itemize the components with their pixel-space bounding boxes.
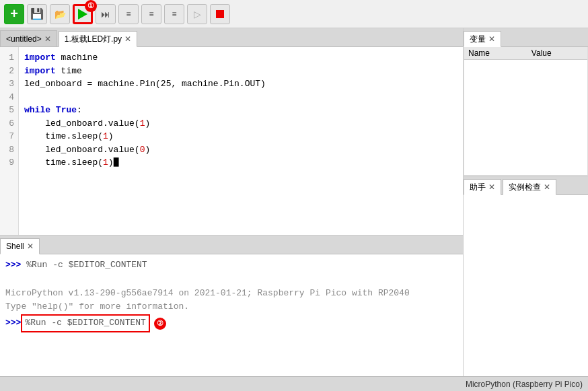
step-out-button[interactable]: ≡	[164, 4, 184, 24]
vars-tab[interactable]: 变量 ✕	[464, 31, 501, 47]
vars-tab-label: 变量	[470, 34, 486, 45]
open-icon: 📂	[54, 9, 66, 20]
vars-tab-bar: 变量 ✕	[464, 28, 588, 47]
save-icon: 💾	[30, 7, 44, 20]
shell-tab-label: Shell	[6, 242, 24, 251]
shell-area: Shell ✕ >>> %Run -c $EDITOR_CONTENT Micr…	[0, 235, 463, 376]
step-over-button[interactable]: ≡	[118, 4, 139, 24]
main-area: <untitled> ✕ 1.板载LED灯.py ✕ 1 2 3 4 5 6 7…	[0, 28, 588, 376]
shell-line-1: >>> %Run -c $EDITOR_CONTENT	[5, 258, 457, 273]
editor-tab-bar: <untitled> ✕ 1.板载LED灯.py ✕	[0, 28, 463, 47]
shell-tab-bar: Shell ✕	[0, 236, 463, 254]
right-panel: 变量 ✕ Name Value	[464, 28, 588, 376]
right-bottom-section: 助手 ✕ 实例检查 ✕	[464, 176, 588, 376]
shell-tab-close[interactable]: ✕	[27, 242, 34, 251]
helper-tab[interactable]: 助手 ✕	[464, 179, 501, 195]
status-bar: MicroPython (Raspberry Pi Pico)	[0, 376, 588, 391]
variables-section: 变量 ✕ Name Value	[464, 28, 588, 176]
open-button[interactable]: 📂	[50, 4, 70, 24]
shell-line-2: >>> %Run -c $EDITOR_CONTENT ②	[5, 314, 457, 332]
tab-untitled-close[interactable]: ✕	[44, 34, 51, 44]
shell-output-2: Type "help()" for more information.	[5, 300, 457, 314]
run-badge: ①	[85, 0, 97, 12]
helper-tab-close[interactable]: ✕	[488, 182, 495, 192]
shell-output-1: MicroPython v1.13-290-g556ae7914 on 2021…	[5, 287, 457, 301]
new-file-button[interactable]: +	[4, 4, 24, 24]
tab-led-close[interactable]: ✕	[124, 34, 131, 44]
vars-table: Name Value	[464, 47, 587, 60]
save-button[interactable]: 💾	[27, 4, 47, 24]
shell-prompt-2: >>>	[5, 316, 21, 330]
left-panel: <untitled> ✕ 1.板载LED灯.py ✕ 1 2 3 4 5 6 7…	[0, 28, 464, 376]
toolbar: + 💾 📂 ① ⏭ ≡ ≡ ≡ ▷	[0, 0, 588, 28]
inspect-tab[interactable]: 实例检查 ✕	[503, 179, 556, 195]
inspect-tab-close[interactable]: ✕	[544, 182, 550, 192]
stop-button[interactable]	[210, 4, 230, 24]
vars-body: Name Value	[464, 47, 588, 176]
step-in-icon: ≡	[149, 9, 153, 19]
step-out-icon: ≡	[172, 9, 176, 19]
helper-tab-label: 助手	[470, 182, 486, 193]
line-numbers: 1 2 3 4 5 6 7 8 9	[0, 47, 19, 235]
shell-prompt-1: >>>	[5, 260, 26, 270]
step-over-icon: ≡	[126, 9, 131, 19]
resume-button[interactable]: ▷	[187, 4, 207, 24]
right-bottom-tab-bar: 助手 ✕ 实例检查 ✕	[464, 176, 588, 195]
status-text: MicroPython (Raspberry Pi Pico)	[466, 380, 583, 389]
tab-untitled-label: <untitled>	[6, 34, 42, 44]
vars-tab-close[interactable]: ✕	[488, 34, 495, 44]
shell-cmd-1: %Run -c $EDITOR_CONTENT	[26, 260, 147, 270]
inspect-tab-label: 实例检查	[509, 182, 541, 193]
resume-icon: ▷	[194, 9, 201, 20]
shell-cmd-2: %Run -c $EDITOR_CONTENT	[21, 314, 149, 332]
vars-col-name: Name	[464, 47, 527, 60]
stop-icon	[216, 10, 224, 18]
code-text[interactable]: import machine import time led_onboard =…	[19, 47, 463, 235]
step-in-button[interactable]: ≡	[141, 4, 161, 24]
shell-tab[interactable]: Shell ✕	[0, 238, 40, 254]
tab-led-label: 1.板载LED灯.py	[65, 34, 122, 45]
debug-icon: ⏭	[101, 9, 110, 20]
right-bottom-content	[464, 195, 588, 376]
debug-button[interactable]: ⏭	[96, 4, 116, 24]
shell-content[interactable]: >>> %Run -c $EDITOR_CONTENT MicroPython …	[0, 254, 463, 376]
tab-led-file[interactable]: 1.板载LED灯.py ✕	[59, 31, 137, 47]
shell-badge-2: ②	[154, 318, 166, 330]
vars-col-value: Value	[527, 47, 587, 60]
code-editor[interactable]: 1 2 3 4 5 6 7 8 9 import machine import …	[0, 47, 463, 235]
tab-untitled[interactable]: <untitled> ✕	[0, 30, 57, 46]
